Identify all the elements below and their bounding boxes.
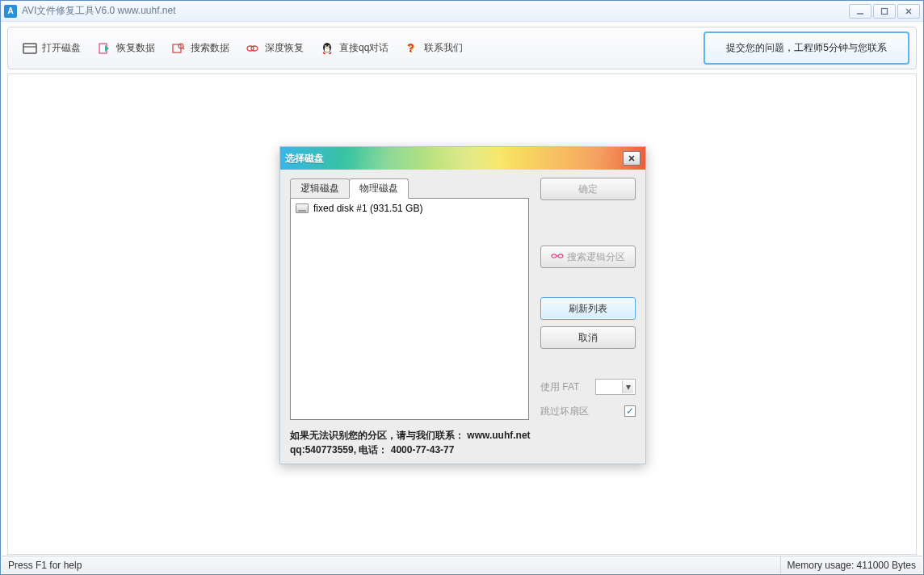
status-help: Press F1 for help (8, 560, 82, 571)
svg-point-13 (325, 46, 330, 52)
engineer-contact-button[interactable]: 提交您的问题，工程师5分钟与您联系 (704, 31, 909, 65)
search-data-icon (171, 41, 186, 56)
ok-label: 确定 (578, 183, 598, 196)
open-disk-icon (23, 41, 37, 56)
use-fat-option: 使用 FAT ▾ (540, 378, 636, 396)
window-controls (849, 4, 920, 19)
qq-chat-button[interactable]: 直接qq对话 (312, 36, 397, 61)
skip-bad-sector-option: 跳过坏扇区 ✓ (540, 402, 636, 420)
refresh-label: 刷新列表 (569, 302, 607, 316)
svg-point-23 (552, 254, 556, 258)
chevron-down-icon: ▾ (622, 380, 633, 393)
qq-icon (320, 41, 334, 56)
dialog-close-button[interactable] (623, 151, 640, 166)
deep-recover-label: 深度恢复 (265, 41, 304, 55)
deep-recover-button[interactable]: 深度恢复 (237, 36, 312, 61)
statusbar: Press F1 for help Memory usage: 411000 B… (2, 556, 922, 573)
ok-button[interactable]: 确定 (540, 178, 636, 200)
maximize-button[interactable] (873, 4, 896, 19)
disk-tabs: 逻辑磁盘 物理磁盘 (290, 178, 529, 199)
dialog-titlebar[interactable]: 选择磁盘 (280, 147, 645, 170)
tab-physical-disk[interactable]: 物理磁盘 (349, 178, 409, 199)
contact-us-label: 联系我们 (424, 41, 463, 55)
search-logical-partition-button[interactable]: 搜索逻辑分区 (540, 246, 636, 268)
svg-rect-4 (23, 44, 36, 53)
footer-url: www.uuhf.net (467, 430, 530, 441)
help-icon: ?? (405, 41, 419, 56)
disk-item[interactable]: fixed disk #1 (931.51 GB) (296, 202, 523, 215)
use-fat-label: 使用 FAT (540, 380, 579, 394)
deep-recover-icon (246, 41, 260, 56)
app-icon: A (4, 5, 17, 18)
status-memory: Memory usage: 411000 Bytes (780, 556, 916, 573)
recover-data-label: 恢复数据 (116, 41, 155, 55)
disk-item-label: fixed disk #1 (931.51 GB) (313, 203, 422, 214)
skip-bad-sector-checkbox[interactable]: ✓ (624, 405, 636, 417)
dialog-title: 选择磁盘 (285, 152, 324, 166)
disk-list[interactable]: fixed disk #1 (931.51 GB) (290, 198, 529, 420)
cancel-button[interactable]: 取消 (540, 326, 636, 349)
svg-point-24 (558, 254, 563, 258)
recover-data-icon (97, 41, 111, 56)
close-button[interactable] (897, 4, 920, 19)
toolbar: 打开磁盘 恢复数据 搜索数据 深度恢复 直接qq对话 ?? 联系我们 提交您的问… (7, 27, 917, 69)
search-data-label: 搜索数据 (191, 41, 229, 55)
search-data-button[interactable]: 搜索数据 (163, 36, 237, 61)
svg-point-16 (326, 45, 326, 46)
svg-point-17 (329, 45, 330, 46)
svg-rect-1 (882, 8, 888, 14)
minimize-button[interactable] (849, 4, 872, 19)
qq-chat-label: 直接qq对话 (339, 41, 388, 55)
dialog-footer: 如果无法识别您的分区，请与我们联系： www.uuhf.net qq:54077… (290, 420, 636, 457)
skip-bad-sector-label: 跳过坏扇区 (540, 405, 589, 418)
footer-text: 如果无法识别您的分区，请与我们联系： (290, 430, 464, 441)
window-title: AVI文件修复工具V6.0 www.uuhf.net (22, 4, 849, 18)
titlebar: A AVI文件修复工具V6.0 www.uuhf.net (1, 1, 923, 22)
contact-us-button[interactable]: ?? 联系我们 (397, 36, 471, 61)
recover-data-button[interactable]: 恢复数据 (89, 36, 163, 61)
svg-text:?: ? (407, 42, 414, 54)
hard-disk-icon (296, 204, 309, 213)
open-disk-button[interactable]: 打开磁盘 (15, 36, 89, 61)
svg-line-9 (183, 48, 184, 49)
svg-point-18 (326, 47, 328, 48)
open-disk-label: 打开磁盘 (42, 41, 81, 55)
footer-contact: qq:540773559, 电话： 4000-77-43-77 (290, 443, 636, 457)
refresh-list-button[interactable]: 刷新列表 (540, 297, 636, 320)
cancel-label: 取消 (578, 331, 598, 345)
tab-logical-disk[interactable]: 逻辑磁盘 (290, 178, 350, 199)
search-logical-label: 搜索逻辑分区 (567, 250, 625, 264)
engineer-contact-label: 提交您的问题，工程师5分钟与您联系 (726, 42, 887, 53)
use-fat-select[interactable]: ▾ (595, 379, 636, 395)
select-disk-dialog: 选择磁盘 逻辑磁盘 物理磁盘 fixed disk #1 (931.51 GB) (279, 146, 646, 464)
svg-point-11 (251, 46, 258, 51)
glasses-icon (551, 251, 564, 262)
